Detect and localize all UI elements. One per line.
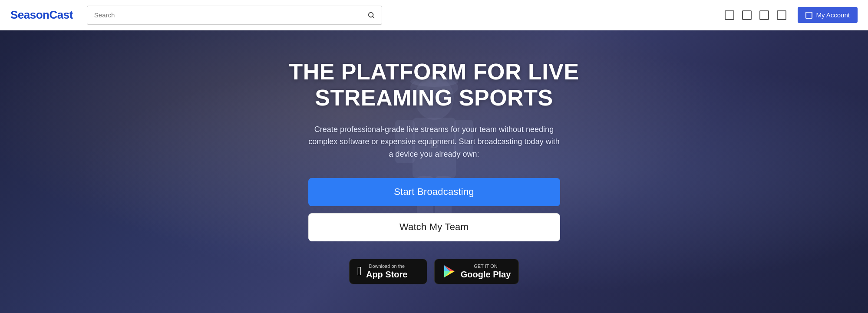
nav-icon-3[interactable] xyxy=(759,10,769,20)
hero-content: THE PLATFORM FOR LIVE STREAMING SPORTS C… xyxy=(282,59,586,284)
nav-icons: My Account xyxy=(725,7,858,23)
google-play-badge[interactable]: GET IT ON Google Play xyxy=(434,259,519,284)
nav-icon-4[interactable] xyxy=(777,10,786,20)
logo-text: SeasonCast xyxy=(10,8,73,21)
google-badge-text: GET IT ON Google Play xyxy=(461,264,511,280)
svg-point-0 xyxy=(369,12,373,17)
app-store-buttons:  Download on the App Store GET IT ON Go… xyxy=(349,259,519,284)
my-account-button[interactable]: My Account xyxy=(798,7,858,23)
cta-buttons: Start Broadcasting Watch My Team xyxy=(308,178,560,241)
search-input[interactable] xyxy=(87,6,361,25)
nav-icon-2[interactable] xyxy=(742,10,752,20)
watch-my-team-button[interactable]: Watch My Team xyxy=(308,213,560,241)
start-broadcasting-button[interactable]: Start Broadcasting xyxy=(308,178,560,206)
search-icon xyxy=(367,11,375,19)
hero-title: THE PLATFORM FOR LIVE STREAMING SPORTS xyxy=(282,59,586,111)
hero-section: B THE PLATFORM FOR LIVE STREAMING SPORTS… xyxy=(0,30,868,313)
logo[interactable]: SeasonCast xyxy=(10,8,73,22)
my-account-icon xyxy=(805,12,812,19)
nav-icon-1[interactable] xyxy=(725,10,734,20)
google-play-icon xyxy=(442,264,456,278)
apple-badge-big: App Store xyxy=(366,269,408,280)
apple-icon:  xyxy=(357,264,362,278)
my-account-label: My Account xyxy=(816,11,850,19)
google-badge-small: GET IT ON xyxy=(461,264,511,269)
app-store-badge[interactable]:  Download on the App Store xyxy=(349,259,427,284)
svg-line-1 xyxy=(373,16,374,18)
search-container xyxy=(87,6,382,25)
header: SeasonCast My Account xyxy=(0,0,868,30)
hero-subtitle: Create professional-grade live streams f… xyxy=(308,123,560,161)
apple-badge-small: Download on the xyxy=(366,264,408,269)
google-badge-big: Google Play xyxy=(461,269,511,280)
search-button[interactable] xyxy=(361,6,382,25)
apple-badge-text: Download on the App Store xyxy=(366,264,408,280)
